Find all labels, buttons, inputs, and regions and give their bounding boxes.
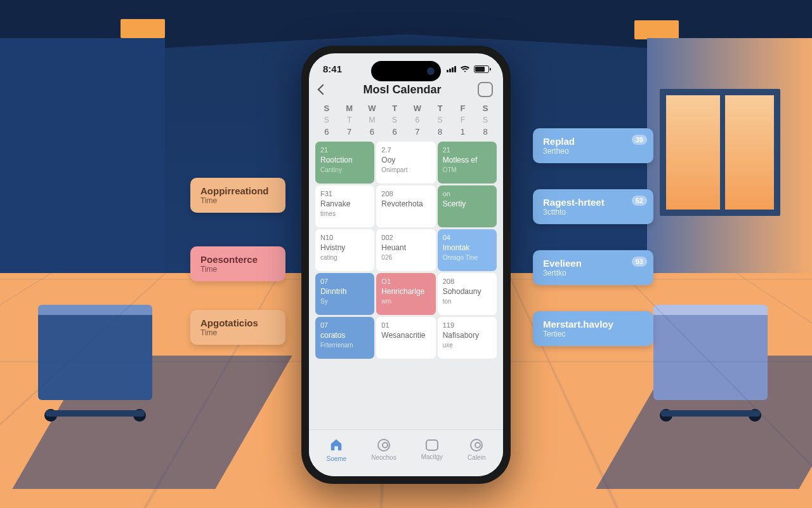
event-cell[interactable]: O1 Henricharlge wm [376, 273, 435, 315]
weekday-label: W [361, 104, 384, 113]
event-cell[interactable]: N10 Hvistny cating [315, 229, 374, 271]
event-sub: Sy [320, 297, 369, 305]
callout-card[interactable]: Evelieen 3erttko 93 [533, 250, 653, 285]
battery-icon [474, 65, 489, 73]
event-title: Dinntrih [320, 287, 369, 297]
callout-sub: 3erttko [543, 269, 643, 277]
event-title: coratos [320, 331, 369, 341]
date-number[interactable]: 6 [361, 127, 384, 137]
event-cell[interactable]: 119 Nafisabory uxe [438, 317, 497, 359]
event-cell[interactable]: 208 Revoterhota [376, 185, 435, 227]
dynamic-island [371, 61, 441, 81]
date-number[interactable]: 7 [338, 127, 361, 137]
phone-screen: 8:41 Mosl Calendar SMWTWTFSSTMS6SFS 6766… [309, 53, 503, 476]
callout-card[interactable]: Apgotaticios Time [190, 310, 285, 345]
callout-card[interactable]: Poesonterce Time [190, 246, 285, 281]
event-cell[interactable]: on Scertiy [438, 185, 497, 227]
weekday-sub: F [452, 116, 475, 124]
event-sub: 026 [381, 253, 430, 262]
weekday-sub: S [429, 116, 452, 124]
weekday-sub: S [474, 116, 497, 124]
weekday-label: S [315, 104, 338, 113]
weekday-label: M [338, 104, 361, 113]
callout-title: Poesonterce [200, 254, 258, 265]
callout-sub: 3ertheo [543, 147, 643, 156]
date-number-row: 67667818 [309, 124, 503, 140]
event-date: 07 [320, 321, 369, 330]
callout-sub: Time [200, 328, 275, 337]
nav-title: Mosl Calendar [363, 83, 441, 97]
weekday-label: W [406, 104, 429, 113]
date-number[interactable]: 6 [315, 127, 338, 137]
callout-card[interactable]: Merstart.havloy Tertiec [533, 311, 653, 346]
callout-sub: Tertiec [543, 330, 643, 338]
event-cell[interactable]: 07 Dinntrih Sy [315, 273, 374, 315]
tab-icon [426, 439, 438, 451]
event-title: Ranvake [320, 199, 369, 210]
tab-icon [377, 439, 390, 451]
callout-card[interactable]: Replad 3ertheo 39 [533, 128, 653, 163]
date-number[interactable]: 6 [383, 127, 406, 137]
event-date: on [443, 189, 492, 198]
weekday-header: SMWTWTFSSTMS6SFS [309, 104, 503, 124]
weekday-label: T [429, 104, 452, 113]
event-date: 208 [381, 189, 430, 198]
date-number[interactable]: 8 [474, 127, 497, 137]
tab-calein[interactable]: Calein [468, 439, 485, 461]
date-number[interactable]: 1 [452, 127, 475, 137]
event-cell[interactable]: 07 coratos Frterrienam [315, 317, 374, 359]
event-date: 21 [443, 145, 492, 154]
tab-bar: Soeme Neochos Macitgy Calein [309, 429, 503, 476]
date-number[interactable]: 7 [406, 127, 429, 137]
tab-label: Soeme [327, 455, 347, 462]
callout-badge: 93 [632, 257, 647, 267]
event-cell[interactable]: 01 Wesanacritie [376, 317, 435, 359]
weekday-sub: 6 [406, 116, 429, 124]
event-title: Hvistny [320, 243, 369, 253]
weekday-label: F [452, 104, 475, 113]
event-date: 04 [443, 233, 492, 242]
tab-icon [329, 438, 343, 453]
event-grid[interactable]: 21 Rootction Cantiny2.7 Ooy Onimpart21 M… [309, 140, 503, 429]
event-date: 07 [320, 277, 369, 286]
tab-soeme[interactable]: Soeme [327, 438, 347, 462]
event-date: 119 [443, 321, 492, 330]
weekday-label: T [383, 104, 406, 113]
event-cell[interactable]: 21 Rootction Cantiny [315, 142, 374, 184]
event-sub: Frterrienam [320, 341, 369, 349]
weekday-sub: M [361, 116, 384, 124]
event-sub: Onimpart [381, 166, 430, 174]
event-cell[interactable]: 208 Sohodauny ton [438, 273, 497, 315]
event-date: N10 [320, 233, 369, 242]
back-button[interactable] [318, 84, 329, 95]
nav-action-button[interactable] [478, 82, 493, 97]
event-cell[interactable]: 04 Imontak Oreago Tine [438, 229, 497, 271]
phone-frame: 8:41 Mosl Calendar SMWTWTFSSTMS6SFS 6766… [301, 46, 511, 484]
event-sub: cating [320, 253, 369, 262]
weekday-sub: S [383, 116, 406, 124]
event-title: Henricharlge [381, 287, 430, 297]
wifi-icon [460, 65, 470, 73]
event-date: 208 [443, 277, 492, 286]
event-sub: Oreago Tine [443, 253, 492, 262]
date-number[interactable]: 8 [429, 127, 452, 137]
callout-title: Ragest-hrteet [543, 197, 605, 208]
event-cell[interactable]: 21 Motless ef OTM [438, 142, 497, 184]
event-title: Rootction [320, 156, 369, 166]
event-cell[interactable]: F31 Ranvake times [315, 185, 374, 227]
event-sub: times [320, 210, 369, 218]
tab-label: Neochos [371, 454, 396, 461]
event-date: 002 [381, 233, 430, 242]
callout-card[interactable]: Aoppirreationd Time [190, 178, 285, 213]
event-cell[interactable]: 002 Heuant 026 [376, 229, 435, 271]
event-date: 2.7 [381, 145, 430, 154]
event-cell[interactable]: 2.7 Ooy Onimpart [376, 142, 435, 184]
tab-neochos[interactable]: Neochos [371, 439, 396, 461]
event-title: Scertiy [443, 199, 492, 210]
callout-card[interactable]: Ragest-hrteet 3ctthto 52 [533, 189, 653, 224]
event-title: Heuant [381, 243, 430, 253]
tab-label: Calein [468, 454, 485, 461]
callout-sub: 3ctthto [543, 208, 643, 217]
callout-title: Replad [543, 136, 575, 147]
tab-macitgy[interactable]: Macitgy [421, 439, 443, 460]
